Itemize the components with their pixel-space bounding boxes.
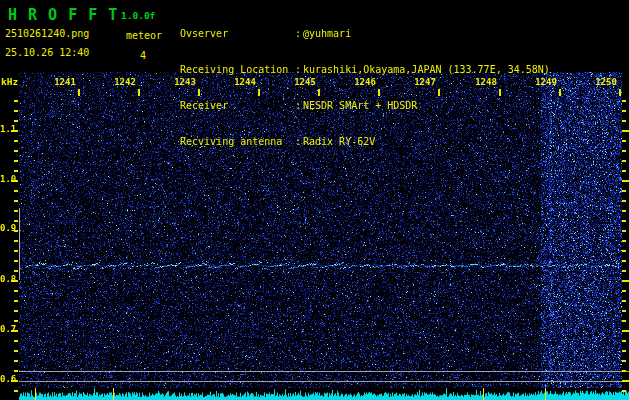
info-value: Radix RY-62V [303, 136, 375, 148]
freq-axis-label: 0.6 [0, 375, 14, 384]
time-axis-label: 1247 [413, 78, 437, 87]
info-row-observer: Ovserver:@yuhmari [180, 28, 550, 40]
info-value: kurashiki,Okayama,JAPAN (133.77E, 34.58N… [303, 64, 550, 76]
output-filename: 2510261240.png [5, 28, 89, 39]
meteor-counter-value: 4 [140, 50, 146, 61]
station-info: Ovserver:@yuhmari Receiving Location:kur… [180, 4, 550, 172]
freq-axis-unit: kHz [1, 76, 18, 87]
app-version: 1.0.0f [121, 10, 155, 21]
info-row-receiver: Receiver:NESDR SMArt + HDSDR [180, 100, 550, 112]
freq-axis-label: 0.7 [0, 325, 14, 334]
info-label: Recviving antenna [180, 136, 293, 148]
time-axis-label: 1241 [53, 78, 77, 87]
hrofft-window: H R O F F T 1.0.0f 2510261240.png meteor… [0, 0, 629, 400]
info-value: NESDR SMArt + HDSDR [303, 100, 417, 112]
info-label: Receiving Location [180, 64, 293, 76]
time-axis-label: 1246 [353, 78, 377, 87]
time-axis-label: 1242 [113, 78, 137, 87]
freq-axis-label: 1.1 [0, 125, 14, 134]
date-time: 25.10.26 12:40 [5, 47, 89, 58]
freq-axis-label: 1.0 [0, 175, 14, 184]
time-axis-label: 1248 [474, 78, 498, 87]
time-axis-label: 1243 [173, 78, 197, 87]
info-label: Ovserver [180, 28, 293, 40]
info-label: Receiver [180, 100, 293, 112]
info-row-location: Receiving Location:kurashiki,Okayama,JAP… [180, 64, 550, 76]
time-axis-label: 1245 [293, 78, 317, 87]
info-separator: : [293, 28, 303, 40]
info-row-antenna: Recviving antenna:Radix RY-62V [180, 136, 550, 148]
time-axis-label: 1249 [534, 78, 558, 87]
freq-axis-label: 0.8 [0, 275, 14, 284]
freq-axis-label: 0.9 [0, 224, 14, 233]
info-value: @yuhmari [303, 28, 351, 40]
meteor-counter-label: meteor [126, 30, 162, 41]
info-separator: : [293, 136, 303, 148]
info-separator: : [293, 64, 303, 76]
time-axis-label: 1250 [594, 78, 618, 87]
info-separator: : [293, 100, 303, 112]
time-axis-label: 1244 [233, 78, 257, 87]
app-title: H R O F F T [8, 6, 118, 24]
